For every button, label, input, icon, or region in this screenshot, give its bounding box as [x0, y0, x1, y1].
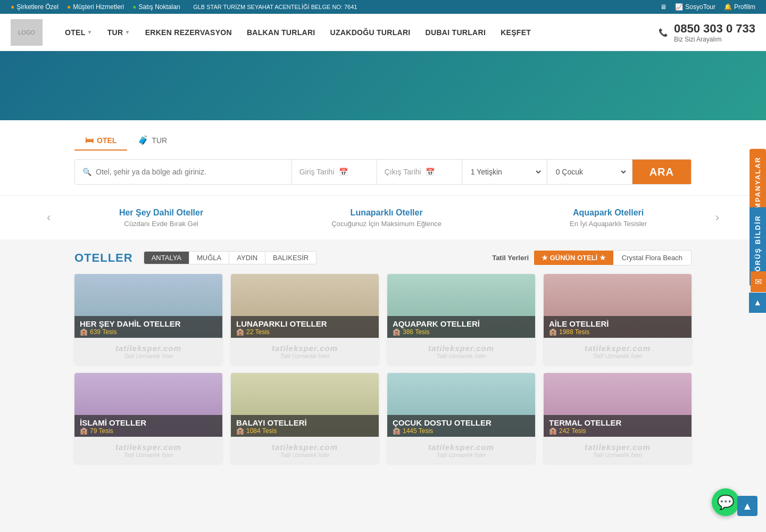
hotels-section: OTELLER ANTALYA MUĞLA AYDIN BALIKESİR Ta… — [0, 239, 766, 483]
checkout-date-picker[interactable]: Çıkış Tarihi 📅 — [377, 160, 462, 184]
children-select[interactable]: 0 Çocuk 1 Çocuk 2 Çocuk 3 Çocuk — [552, 160, 628, 184]
watermark-logo: tatileksper.com — [428, 344, 494, 353]
hotel-card-title: ÇOCUK DOSTU OTELLER — [393, 418, 530, 427]
profilim-link[interactable]: 🔔 Profilim — [724, 3, 755, 11]
bell-icon: 🔔 — [724, 3, 732, 11]
hotel-card-aquapark[interactable]: AQUAPARK OTELLERİ 🏨 386 Tesis tatilekspe… — [387, 274, 535, 364]
watermark-sub: Tatil Uzmanlık İster — [436, 353, 486, 359]
hotel-card-count: 🏨 639 Tesis — [80, 328, 217, 336]
hotel-card-count: 🏨 1988 Tesis — [549, 328, 686, 336]
children-select-wrap: 0 Çocuk 1 Çocuk 2 Çocuk 3 Çocuk — [547, 160, 632, 184]
sidebar-scroll-up[interactable]: ▲ — [749, 293, 766, 313]
building-icon: 🏨 — [236, 328, 244, 336]
search-input[interactable] — [96, 160, 284, 184]
watermark-sub: Tatil Uzmanlık İster — [123, 353, 173, 359]
watermark-sub: Tatil Uzmanlık İster — [593, 353, 642, 359]
logo[interactable]: LOGO — [11, 19, 43, 46]
hotel-card-title: İSLAMİ OTELLER — [80, 418, 217, 427]
contact-info: 0850 303 0 733 Biz Sizi Arayalım — [674, 22, 755, 43]
watermark: tatileksper.com Tatil Uzmanlık İster — [231, 437, 379, 463]
search-section: 🛏 OTEL 🧳 TUR 🔍 Giriş Tarihi 📅 Çıkış Tari… — [0, 120, 766, 195]
slider-prev-arrow[interactable]: ‹ — [43, 206, 55, 229]
hotel-card-overlay: TERMAL OTELLER 🏨 242 Tesis — [544, 415, 692, 437]
hotel-grid-row2: İSLAMİ OTELLER 🏨 79 Tesis tatileksper.co… — [74, 373, 692, 463]
hotel-card-body: tatileksper.com Tatil Uzmanlık İster — [544, 437, 692, 463]
slider-item-aquapark[interactable]: Aquapark Otelleri En İyi Aquaparklı Tesi… — [570, 208, 647, 228]
slider-item-her-sey-dahil[interactable]: Her Şey Dahil Oteller Cüzdanı Evde Bırak… — [119, 208, 203, 228]
filter-antalya[interactable]: ANTALYA — [144, 251, 189, 264]
monitor-icon: 🖥 — [660, 3, 667, 11]
filter-aydin[interactable]: AYDIN — [229, 251, 265, 264]
nav-balkan-turlari[interactable]: BALKAN TURLARI — [240, 24, 322, 41]
dot-icon: ● — [67, 3, 71, 11]
nav-kesfet[interactable]: KEŞFET — [494, 24, 537, 41]
top-bar: ● Şirketlere Özel ● Müşteri Hizmetleri ●… — [0, 0, 766, 14]
hotel-card-image: HER ŞEY DAHİL OTELLER 🏨 639 Tesis — [74, 274, 222, 338]
phone-number: 0850 303 0 733 — [674, 22, 755, 36]
nav-uzakdogu-turlari[interactable]: UZAKDOĞU TURLARI — [324, 24, 417, 41]
hotel-card-aile[interactable]: AİLE OTELLERİ 🏨 1988 Tesis tatileksper.c… — [544, 274, 692, 364]
watermark-sub: Tatil Uzmanlık İster — [123, 452, 173, 458]
satis-noktalari-label: Satış Noktaları — [138, 3, 180, 11]
sirketlere-ozel-label: Şirketlere Özel — [16, 3, 59, 11]
sidebar-mail-icon[interactable]: ✉ — [751, 271, 766, 292]
watermark: tatileksper.com Tatil Uzmanlık İster — [387, 437, 535, 463]
cert-text: GLB STAR TURİZM SEYAHAT ACENTELİĞİ BELGE… — [193, 4, 357, 10]
top-bar-right: 🖥 📈 SosyoTour 🔔 Profilim — [660, 3, 755, 11]
satis-noktalari-link[interactable]: ● Satış Noktaları — [132, 3, 180, 11]
sosyotour-link[interactable]: 📈 SosyoTour — [675, 3, 715, 11]
hotel-card-overlay: LUNAPARKLI OTELLER 🏨 22 Tesis — [231, 316, 379, 338]
nav-erken-rezervasyon[interactable]: ERKEN REZERVASYON — [139, 24, 238, 41]
nav-otel[interactable]: OTEL ▼ — [59, 24, 99, 41]
checkin-date-picker[interactable]: Giriş Tarihi 📅 — [292, 160, 377, 184]
filter-mugla[interactable]: MUĞLA — [189, 251, 229, 264]
hotel-card-termal[interactable]: TERMAL OTELLER 🏨 242 Tesis tatileksper.c… — [544, 373, 692, 463]
nav-dubai-turlari[interactable]: DUBAI TURLARI — [419, 24, 493, 41]
filter-balikesir[interactable]: BALIKESİR — [265, 251, 317, 264]
hotel-card-islami[interactable]: İSLAMİ OTELLER 🏨 79 Tesis tatileksper.co… — [74, 373, 222, 463]
watermark-sub: Tatil Uzmanlık İster — [593, 452, 642, 458]
hotel-card-image: İSLAMİ OTELLER 🏨 79 Tesis — [74, 373, 222, 437]
hotel-card-cocuk-dostu[interactable]: ÇOCUK DOSTU OTELLER 🏨 1445 Tesis tatilek… — [387, 373, 535, 463]
hotel-card-balayi[interactable]: BALAYI OTELLERİ 🏨 1084 Tesis tatileksper… — [231, 373, 379, 463]
calendar-icon: 📅 — [426, 168, 435, 176]
tab-tur-label: TUR — [152, 136, 167, 145]
search-input-wrap: 🔍 — [75, 160, 292, 184]
watermark-logo: tatileksper.com — [585, 344, 651, 353]
gunun-oteli-wrap[interactable]: ★ GÜNÜN OTELİ ★ Crystal Flora Beach — [534, 250, 692, 265]
hotel-card-overlay: AİLE OTELLERİ 🏨 1988 Tesis — [544, 316, 692, 338]
dot-icon: ● — [11, 3, 14, 11]
hotel-card-image: ÇOCUK DOSTU OTELLER 🏨 1445 Tesis — [387, 373, 535, 437]
building-icon: 🏨 — [549, 427, 557, 435]
slider-items: Her Şey Dahil Oteller Cüzdanı Evde Bırak… — [55, 208, 711, 228]
tab-tur[interactable]: 🧳 TUR — [127, 131, 178, 151]
sirketlere-ozel-link[interactable]: ● Şirketlere Özel — [11, 3, 59, 11]
hotel-card-her-sey-dahil[interactable]: HER ŞEY DAHİL OTELLER 🏨 639 Tesis tatile… — [74, 274, 222, 364]
building-icon: 🏨 — [236, 427, 244, 435]
top-bar-left: ● Şirketlere Özel ● Müşteri Hizmetleri ●… — [11, 3, 650, 11]
search-button[interactable]: ARA — [632, 160, 691, 184]
category-slider: ‹ Her Şey Dahil Oteller Cüzdanı Evde Bır… — [0, 195, 766, 239]
hotel-card-body: tatileksper.com Tatil Uzmanlık İster — [231, 437, 379, 463]
hotel-card-image: LUNAPARKLI OTELLER 🏨 22 Tesis — [231, 274, 379, 338]
tab-otel[interactable]: 🛏 OTEL — [74, 131, 127, 151]
logo-image: LOGO — [18, 29, 35, 36]
watermark: tatileksper.com Tatil Uzmanlık İster — [74, 437, 222, 463]
building-icon: 🏨 — [549, 328, 557, 336]
slider-item-subtitle: Cüzdanı Evde Bırak Gel — [119, 220, 203, 228]
musteri-hizmetleri-link[interactable]: ● Müşteri Hizmetleri — [67, 3, 124, 11]
nav-tur[interactable]: TUR ▼ — [101, 24, 137, 41]
gunun-oteli-button: ★ GÜNÜN OTELİ ★ — [534, 251, 613, 265]
gunun-oteli-name: Crystal Flora Beach — [613, 250, 692, 265]
adults-select[interactable]: 1 Yetişkin 2 Yetişkin 3 Yetişkin 4 Yetiş… — [467, 160, 543, 184]
slider-item-title: Her Şey Dahil Oteller — [119, 208, 203, 218]
checkin-label: Giriş Tarihi — [299, 168, 335, 176]
hotel-card-count: 🏨 1084 Tesis — [236, 427, 373, 435]
slider-next-arrow[interactable]: › — [711, 206, 723, 229]
hotel-card-count: 🏨 242 Tesis — [549, 427, 686, 435]
slider-item-lunaparkli[interactable]: Lunaparklı Oteller Çocuğunuz İçin Maksim… — [331, 208, 442, 228]
watermark-logo: tatileksper.com — [272, 443, 338, 452]
hotel-card-lunaparkli[interactable]: LUNAPARKLI OTELLER 🏨 22 Tesis tatilekspe… — [231, 274, 379, 364]
slider-item-subtitle: En İyi Aquaparklı Tesisler — [570, 220, 647, 228]
tab-otel-label: OTEL — [97, 136, 116, 145]
